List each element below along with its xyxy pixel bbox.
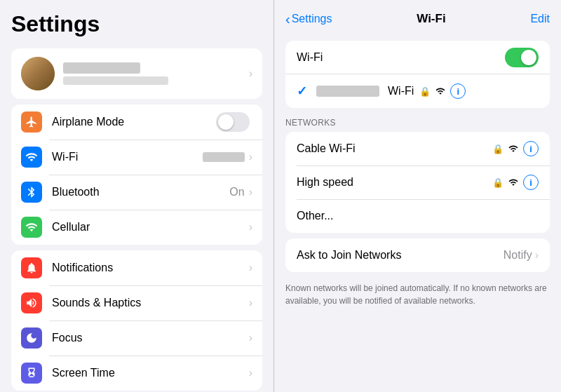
connected-network-row[interactable]: ✓ Wi-Fi 🔒 i: [285, 74, 550, 108]
airplane-label: Airplane Mode: [52, 116, 216, 128]
back-chevron-icon: ‹: [285, 12, 290, 26]
networks-list: Cable Wi-Fi 🔒 i High speed 🔒 i Other..: [285, 132, 550, 233]
bluetooth-icon-wrap: [21, 182, 42, 203]
focus-icon-wrap: [21, 327, 42, 349]
wifi-icon-wrap: [21, 147, 42, 168]
bluetooth-value: On: [229, 186, 244, 198]
sounds-chevron-icon: ›: [249, 297, 252, 309]
wifi-main-label: Wi-Fi: [297, 51, 505, 64]
bluetooth-icon: [25, 186, 38, 198]
highspeed-info-button[interactable]: i: [523, 175, 539, 190]
network-name-highspeed: High speed: [297, 176, 492, 189]
sidebar-item-sounds[interactable]: Sounds & Haptics ›: [11, 285, 262, 320]
ask-join-value: Notify: [503, 249, 532, 262]
connected-info-button[interactable]: i: [450, 83, 466, 99]
wifi-value: [203, 152, 245, 162]
cable-lock-icon: 🔒: [492, 144, 503, 154]
connected-wifi-text: Wi-Fi: [388, 85, 414, 97]
wifi-toggle-section: Wi-Fi ✓ Wi-Fi 🔒 i: [285, 41, 550, 108]
sidebar-item-focus[interactable]: Focus ›: [11, 320, 262, 356]
speaker-icon: [25, 297, 38, 309]
screentime-label: Screen Time: [52, 367, 249, 379]
wifi-header: ‹ Settings Wi-Fi Edit: [274, 0, 561, 35]
settings-group-1: Airplane Mode Wi-Fi › Bluetooth On ›: [11, 104, 262, 245]
notifications-chevron-icon: ›: [249, 262, 252, 274]
focus-label: Focus: [52, 332, 249, 344]
settings-left-panel: Settings › Airplane Mode: [0, 0, 273, 392]
profile-sub: [63, 76, 168, 85]
cable-info-button[interactable]: i: [523, 141, 539, 156]
wifi-signal-icon: [435, 86, 446, 96]
network-name-other: Other...: [297, 210, 539, 222]
network-row-cable[interactable]: Cable Wi-Fi 🔒 i: [285, 132, 550, 165]
wifi-label: Wi-Fi: [52, 151, 203, 163]
profile-row[interactable]: ›: [11, 48, 262, 99]
screentime-chevron-icon: ›: [249, 367, 252, 379]
wifi-icon: [25, 151, 38, 163]
wifi-toggle-row[interactable]: Wi-Fi: [285, 41, 550, 74]
settings-title: Settings: [11, 11, 262, 37]
network-name-cable: Cable Wi-Fi: [297, 142, 492, 155]
network-row-highspeed[interactable]: High speed 🔒 i: [285, 165, 550, 199]
airplane-toggle[interactable]: [216, 112, 250, 132]
cable-wifi-signal-icon: [508, 144, 519, 154]
focus-chevron-icon: ›: [249, 332, 252, 344]
sidebar-item-bluetooth[interactable]: Bluetooth On ›: [11, 175, 262, 210]
connected-network-name: [316, 86, 379, 97]
settings-group-2: Notifications › Sounds & Haptics › Focus…: [11, 250, 262, 391]
lock-icon: 🔒: [419, 86, 431, 97]
cellular-icon-wrap: [21, 217, 42, 238]
cellular-chevron-icon: ›: [249, 221, 252, 234]
notifications-label: Notifications: [52, 262, 249, 274]
cellular-label: Cellular: [52, 221, 249, 234]
screentime-icon-wrap: [21, 363, 42, 384]
profile-left: [21, 57, 168, 90]
bluetooth-chevron-icon: ›: [249, 186, 252, 198]
bluetooth-label: Bluetooth: [52, 186, 229, 198]
wifi-chevron-icon: ›: [249, 151, 252, 163]
wifi-detail-title: Wi-Fi: [417, 12, 445, 26]
network-row-other[interactable]: Other...: [285, 199, 550, 233]
profile-chevron-icon: ›: [249, 67, 252, 80]
airplane-icon: [25, 116, 38, 128]
airplane-icon-wrap: [21, 111, 42, 133]
profile-text: [63, 62, 168, 85]
edit-button[interactable]: Edit: [530, 13, 550, 25]
hourglass-icon: [25, 367, 38, 379]
ask-join-section: Ask to Join Networks Notify ›: [285, 238, 550, 272]
sidebar-item-screentime[interactable]: Screen Time ›: [11, 356, 262, 391]
networks-section-header: NETWORKS: [274, 114, 561, 130]
highspeed-lock-icon: 🔒: [492, 177, 503, 188]
sidebar-item-wifi[interactable]: Wi-Fi ›: [11, 140, 262, 175]
moon-icon: [25, 332, 38, 344]
cable-wifi-icons: 🔒 i: [492, 141, 539, 156]
bell-icon: [25, 262, 38, 274]
highspeed-wifi-icons: 🔒 i: [492, 175, 539, 190]
back-button[interactable]: ‹ Settings: [285, 13, 332, 26]
sounds-icon-wrap: [21, 292, 42, 313]
sidebar-item-notifications[interactable]: Notifications ›: [11, 250, 262, 285]
wifi-detail-panel: ‹ Settings Wi-Fi Edit Wi-Fi ✓ Wi-Fi 🔒 i …: [273, 0, 561, 392]
sounds-label: Sounds & Haptics: [52, 297, 249, 309]
highspeed-wifi-signal-icon: [508, 177, 519, 187]
back-label: Settings: [292, 13, 332, 25]
settings-header: Settings: [0, 0, 273, 43]
cellular-icon: [25, 221, 38, 234]
sidebar-item-airplane[interactable]: Airplane Mode: [11, 104, 262, 140]
notifications-icon-wrap: [21, 257, 42, 278]
sidebar-item-cellular[interactable]: Cellular ›: [11, 210, 262, 245]
avatar: [21, 57, 55, 90]
ask-join-chevron-icon: ›: [535, 249, 539, 262]
ask-join-row[interactable]: Ask to Join Networks Notify ›: [285, 238, 550, 272]
checkmark-icon: ✓: [297, 83, 311, 99]
profile-name: [63, 62, 140, 74]
wifi-toggle[interactable]: [505, 48, 539, 67]
ask-join-label: Ask to Join Networks: [297, 249, 503, 262]
ask-join-description: Known networks will be joined automatica…: [274, 278, 561, 314]
connected-wifi-icons: 🔒 i: [419, 83, 466, 99]
